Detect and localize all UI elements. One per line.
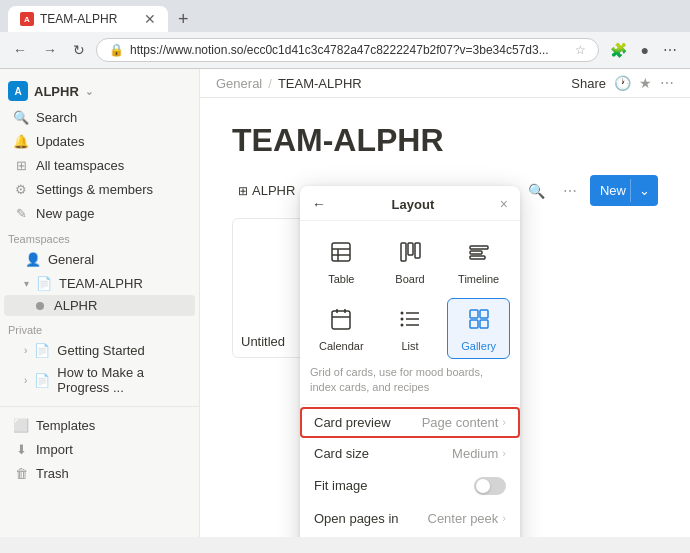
list-icon (398, 307, 422, 336)
sidebar-updates-label: Updates (36, 134, 84, 149)
tab-title: TEAM-ALPHR (40, 12, 117, 26)
sidebar-item-updates[interactable]: 🔔 Updates (4, 129, 195, 153)
sidebar-item-alphr[interactable]: ALPHR (4, 295, 195, 316)
back-button[interactable]: ← (8, 39, 32, 61)
history-button[interactable]: 🕐 (614, 75, 631, 91)
board-label: Board (395, 273, 424, 285)
breadcrumb-current: TEAM-ALPHR (278, 76, 362, 91)
card-preview-chevron: › (502, 416, 506, 428)
alphr-dot (36, 302, 44, 310)
teamspaces-icon: ⊞ (12, 156, 30, 174)
new-dropdown-arrow[interactable]: ⌄ (630, 179, 658, 202)
svg-rect-20 (470, 310, 478, 318)
import-icon: ⬇ (12, 440, 30, 458)
sidebar-item-getting-started[interactable]: › 📄 Getting Started (4, 338, 195, 362)
table-label: Table (328, 273, 354, 285)
card-size-value-text: Medium (452, 446, 498, 461)
new-label: New (600, 183, 626, 198)
address-bar[interactable]: 🔒 https://www.notion.so/ecc0c1d41c3c4782… (96, 38, 599, 62)
browser-tab[interactable]: A TEAM-ALPHR ✕ (8, 6, 168, 32)
sidebar-item-import[interactable]: ⬇ Import (4, 437, 195, 461)
fit-image-toggle[interactable] (474, 477, 506, 495)
more-header-button[interactable]: ⋯ (660, 75, 674, 91)
popup-title: Layout (392, 197, 435, 212)
how-to-chevron: › (24, 375, 27, 386)
app: A ALPHR ⌄ 🔍 Search 🔔 Updates ⊞ All teams… (0, 69, 690, 537)
learn-views-row[interactable]: ℹ Learn about views ? (300, 534, 520, 537)
view-name-label: ALPHR (252, 183, 295, 198)
sidebar-templates-label: Templates (36, 418, 95, 433)
open-pages-row[interactable]: Open pages in Center peek › (300, 503, 520, 534)
layout-description: Grid of cards, use for mood boards, inde… (300, 365, 520, 404)
main-header: General / TEAM-ALPHR Share 🕐 ★ ⋯ (200, 69, 690, 98)
card-preview-value: Page content › (422, 415, 506, 430)
fit-image-row[interactable]: Fit image (300, 469, 520, 503)
layout-option-timeline[interactable]: Timeline (447, 231, 510, 292)
search-view-button[interactable]: 🔍 (523, 180, 550, 202)
sidebar-item-team-alphr[interactable]: ▾ 📄 TEAM-ALPHR (4, 271, 195, 295)
svg-rect-21 (480, 310, 488, 318)
sidebar-item-all-teamspaces[interactable]: ⊞ All teamspaces (4, 153, 195, 177)
gallery-icon (467, 307, 491, 336)
sidebar-item-how-to[interactable]: › 📄 How to Make a Progress ... (4, 362, 195, 398)
calendar-label: Calendar (319, 340, 364, 352)
settings-icon: ⚙ (12, 180, 30, 198)
layout-option-calendar[interactable]: Calendar (310, 298, 373, 359)
breadcrumb: General / TEAM-ALPHR (216, 76, 362, 91)
sidebar-item-new-page[interactable]: ✎ New page (4, 201, 195, 225)
sidebar-teamspaces-label: All teamspaces (36, 158, 124, 173)
card-preview-row[interactable]: Card preview Page content › (300, 407, 520, 438)
open-pages-label: Open pages in (314, 511, 399, 526)
tab-close-button[interactable]: ✕ (144, 12, 156, 26)
sidebar-team-alphr-label: TEAM-ALPHR (59, 276, 143, 291)
share-button[interactable]: Share (571, 76, 606, 91)
layout-option-board[interactable]: Board (379, 231, 442, 292)
browser-chrome: A TEAM-ALPHR ✕ + ← → ↻ 🔒 https://www.not… (0, 0, 690, 69)
forward-button[interactable]: → (38, 39, 62, 61)
board-icon (398, 240, 422, 269)
reload-button[interactable]: ↻ (68, 39, 90, 61)
svg-rect-8 (470, 251, 482, 254)
more-options-button[interactable]: ⋯ (658, 39, 682, 61)
svg-point-19 (400, 324, 403, 327)
timeline-icon (467, 240, 491, 269)
popup-divider (300, 404, 520, 405)
card-preview-label: Card preview (314, 415, 391, 430)
popup-close-button[interactable]: × (500, 196, 508, 212)
layout-option-table[interactable]: Table (310, 231, 373, 292)
sidebar-item-trash[interactable]: 🗑 Trash (4, 461, 195, 485)
toggle-thumb (476, 479, 490, 493)
calendar-icon (329, 307, 353, 336)
svg-rect-9 (470, 256, 485, 259)
browser-titlebar: A TEAM-ALPHR ✕ + (0, 0, 690, 32)
svg-point-18 (400, 318, 403, 321)
open-pages-chevron: › (502, 512, 506, 524)
timeline-label: Timeline (458, 273, 499, 285)
open-pages-value: Center peek › (428, 511, 507, 526)
sidebar-item-settings[interactable]: ⚙ Settings & members (4, 177, 195, 201)
svg-rect-22 (470, 320, 478, 328)
breadcrumb-part1: General (216, 76, 262, 91)
popup-back-button[interactable]: ← (312, 196, 326, 212)
getting-started-icon: 📄 (33, 341, 51, 359)
layout-option-gallery[interactable]: Gallery (447, 298, 510, 359)
card-preview-value-text: Page content (422, 415, 499, 430)
browser-toolbar-icons: 🧩 ● ⋯ (605, 39, 682, 61)
sidebar-item-search[interactable]: 🔍 Search (4, 105, 195, 129)
new-button[interactable]: New ⌄ (590, 175, 658, 206)
layout-option-list[interactable]: List (379, 298, 442, 359)
view-more-button[interactable]: ⋯ (558, 180, 582, 202)
sidebar-item-templates[interactable]: ⬜ Templates (4, 413, 195, 437)
table-icon (329, 240, 353, 269)
teamspaces-section-label: Teamspaces (0, 225, 199, 247)
breadcrumb-separator: / (268, 76, 272, 91)
workspace-name[interactable]: A ALPHR ⌄ (8, 81, 93, 101)
tab-favicon: A (20, 12, 34, 26)
profile-button[interactable]: ● (636, 39, 654, 61)
card-size-row[interactable]: Card size Medium › (300, 438, 520, 469)
extensions-button[interactable]: 🧩 (605, 39, 632, 61)
favorite-button[interactable]: ★ (639, 75, 652, 91)
bookmark-icon: ☆ (575, 43, 586, 57)
new-tab-button[interactable]: + (172, 7, 195, 32)
sidebar-item-general[interactable]: 👤 General (4, 247, 195, 271)
